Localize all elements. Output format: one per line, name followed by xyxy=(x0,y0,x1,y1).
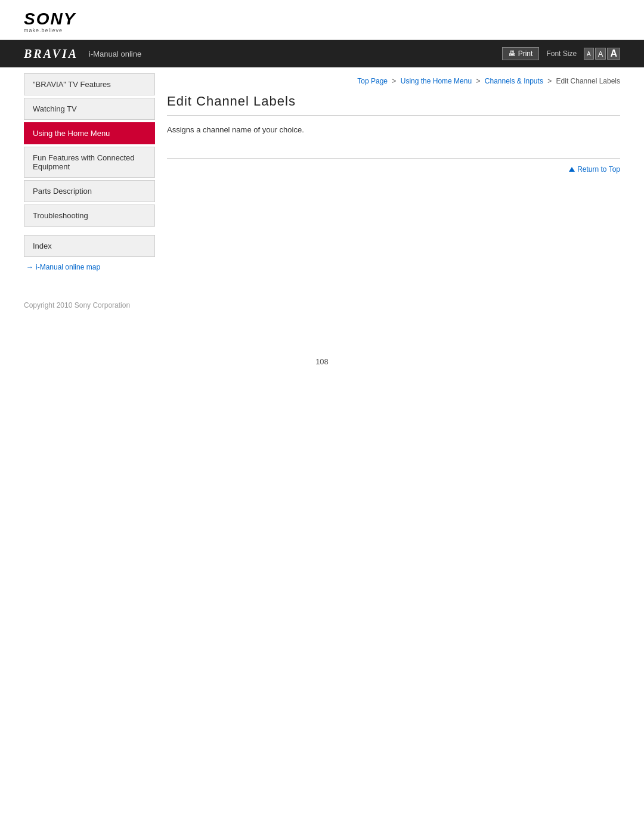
sidebar-item-fun-features[interactable]: Fun Features with Connected Equipment xyxy=(24,147,155,178)
sidebar-item-index[interactable]: Index xyxy=(24,235,155,257)
return-to-top-link[interactable]: Return to Top xyxy=(569,165,620,174)
nav-subtitle: i-Manual online xyxy=(89,49,141,58)
breadcrumb-sep-3: > xyxy=(547,77,552,85)
print-button[interactable]: 🖶 Print xyxy=(502,47,540,60)
main-container: "BRAVIA" TV Features Watching TV Using t… xyxy=(0,67,644,271)
sidebar-item-parts-description[interactable]: Parts Description xyxy=(24,180,155,202)
sony-logo: SONY make.believe xyxy=(24,11,620,33)
sidebar: "BRAVIA" TV Features Watching TV Using t… xyxy=(24,67,155,271)
print-icon: 🖶 xyxy=(509,49,516,58)
content-area: Top Page > Using the Home Menu > Channel… xyxy=(167,67,620,271)
top-bar: SONY make.believe xyxy=(0,0,644,40)
nav-bar-right: 🖶 Print Font Size A A A xyxy=(502,47,620,60)
breadcrumb-current: Edit Channel Labels xyxy=(556,77,620,85)
nav-bar-left: BRAVIA i-Manual online xyxy=(24,47,141,61)
sidebar-map-link: → i-Manual online map xyxy=(24,263,155,271)
bravia-logo: BRAVIA xyxy=(24,47,78,61)
copyright-text: Copyright 2010 Sony Corporation xyxy=(24,301,130,309)
sidebar-item-watching-tv[interactable]: Watching TV xyxy=(24,98,155,120)
sony-tagline: make.believe xyxy=(24,28,620,33)
manual-map-link[interactable]: i-Manual online map xyxy=(36,263,100,271)
breadcrumb: Top Page > Using the Home Menu > Channel… xyxy=(167,73,620,85)
font-size-medium-button[interactable]: A xyxy=(595,48,606,60)
breadcrumb-channels-inputs[interactable]: Channels & Inputs xyxy=(485,77,543,85)
font-size-small-button[interactable]: A xyxy=(584,48,594,60)
breadcrumb-top-page[interactable]: Top Page xyxy=(357,77,388,85)
triangle-up-icon xyxy=(569,167,575,172)
breadcrumb-using-home-menu[interactable]: Using the Home Menu xyxy=(401,77,472,85)
sony-text: SONY xyxy=(24,11,620,27)
footer: Copyright 2010 Sony Corporation xyxy=(0,289,644,321)
page-description: Assigns a channel name of your choice. xyxy=(167,125,620,134)
font-size-controls: A A A xyxy=(584,48,620,60)
font-size-label: Font Size xyxy=(546,49,577,58)
return-to-top-label: Return to Top xyxy=(577,165,620,174)
breadcrumb-sep-1: > xyxy=(392,77,396,85)
page-title: Edit Channel Labels xyxy=(167,94,620,116)
sidebar-item-bravia-tv-features[interactable]: "BRAVIA" TV Features xyxy=(24,73,155,95)
sidebar-item-using-home-menu[interactable]: Using the Home Menu xyxy=(24,122,155,144)
nav-bar: BRAVIA i-Manual online 🖶 Print Font Size… xyxy=(0,40,644,67)
page-number: 108 xyxy=(0,357,644,378)
sidebar-item-troubleshooting[interactable]: Troubleshooting xyxy=(24,205,155,227)
return-to-top: Return to Top xyxy=(167,158,620,174)
sidebar-divider xyxy=(24,229,155,235)
arrow-icon: → xyxy=(26,263,33,271)
breadcrumb-sep-2: > xyxy=(476,77,480,85)
print-label: Print xyxy=(518,49,533,58)
font-size-large-button[interactable]: A xyxy=(607,48,620,60)
